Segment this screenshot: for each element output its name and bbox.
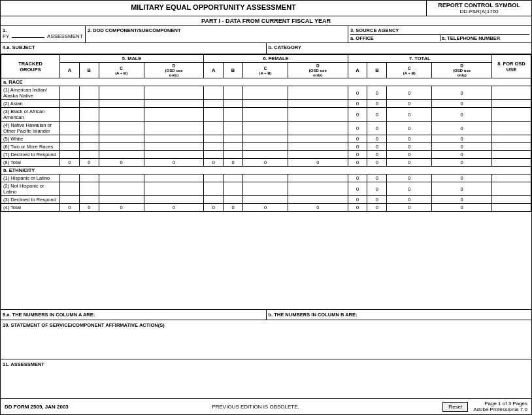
male-col-a: A	[60, 63, 80, 78]
data-cell	[243, 143, 288, 151]
data-cell: 0	[367, 151, 387, 159]
table-row: (4) Native Hawaiian orOther Pacific Isla…	[1, 122, 531, 135]
data-cell	[60, 135, 80, 143]
data-cell: 0	[432, 122, 492, 135]
data-cell: 0	[367, 86, 387, 100]
data-cell	[144, 100, 204, 108]
data-cell	[204, 151, 224, 159]
data-cell: 0	[348, 159, 367, 167]
field9a: 9.a. THE NUMBERS IN COLUMN A ARE:	[1, 310, 267, 320]
data-cell	[243, 196, 288, 204]
data-cell: 0	[288, 204, 348, 212]
osd-cell	[492, 159, 531, 167]
data-cell	[144, 182, 204, 196]
data-cell	[99, 100, 144, 108]
field11: 11. ASSESSMENT	[1, 359, 531, 398]
table-row: (7) Declined to Respond0000	[1, 151, 531, 159]
data-cell	[243, 86, 288, 100]
col-tracked-groups: TRACKEDGROUPS	[1, 55, 60, 78]
data-cell	[243, 135, 288, 143]
data-cell: 0	[348, 204, 367, 212]
form-id: DD FORM 2509, JAN 2003	[5, 404, 69, 410]
row-label: (1) American Indian/Alaska Native	[1, 86, 60, 100]
data-cell: 0	[387, 174, 432, 182]
data-cell	[60, 174, 80, 182]
osd-cell	[492, 196, 531, 204]
data-cell	[243, 151, 288, 159]
table-row: (3) Declined to Respond0000	[1, 196, 531, 204]
total-col-d: D(OSD useonly)	[432, 63, 492, 78]
data-cell: 0	[288, 159, 348, 167]
data-cell: 0	[348, 86, 367, 100]
table-row: (2) Asian0000	[1, 100, 531, 108]
data-cell: 0	[432, 196, 492, 204]
data-cell	[60, 182, 80, 196]
data-cell: 0	[387, 204, 432, 212]
data-cell	[144, 174, 204, 182]
page-info: Page 1 of 3 Pages Adobe Professional 7.0	[473, 401, 527, 412]
total-col-a: A	[348, 63, 367, 78]
data-cell	[99, 122, 144, 135]
data-cell: 0	[367, 204, 387, 212]
data-cell: 0	[367, 182, 387, 196]
data-cell: 0	[99, 204, 144, 212]
data-cell	[79, 100, 99, 108]
data-cell: 0	[60, 204, 80, 212]
data-cell	[144, 151, 204, 159]
data-cell	[288, 174, 348, 182]
col-male-header: 5. MALE	[60, 55, 204, 63]
row-label: (2) Asian	[1, 100, 60, 108]
data-cell: 0	[387, 86, 432, 100]
row-label: (4) Native Hawaiian orOther Pacific Isla…	[1, 122, 60, 135]
data-cell: 0	[348, 122, 367, 135]
data-cell	[99, 86, 144, 100]
data-cell	[79, 143, 99, 151]
data-cell	[204, 196, 224, 204]
male-col-c: C(A ÷ B)	[99, 63, 144, 78]
data-cell: 0	[432, 151, 492, 159]
total-col-b: B	[367, 63, 387, 78]
obsolete-notice: PREVIOUS EDITION IS OBSOLETE.	[212, 404, 299, 410]
row-label: (4) Total	[1, 204, 60, 212]
data-cell: 0	[432, 108, 492, 122]
data-cell	[60, 143, 80, 151]
data-cell: 0	[79, 204, 99, 212]
data-cell: 0	[367, 143, 387, 151]
data-cell	[243, 174, 288, 182]
female-col-c: C(A ÷ B)	[243, 63, 288, 78]
data-cell: 0	[144, 159, 204, 167]
data-cell	[288, 135, 348, 143]
reset-button[interactable]: Reset	[442, 402, 468, 412]
field4a: 4.a. SUBJECT	[1, 43, 267, 54]
data-cell	[79, 135, 99, 143]
male-col-d: D(OSD useonly)	[144, 63, 204, 78]
data-cell	[60, 86, 80, 100]
data-cell: 0	[387, 122, 432, 135]
osd-cell	[492, 86, 531, 100]
data-cell: 0	[367, 108, 387, 122]
row-label: (2) Not Hispanic or Latino	[1, 182, 60, 196]
row-label: (6) Two or More Races	[1, 143, 60, 151]
data-cell: 0	[348, 196, 367, 204]
table-row: (2) Not Hispanic or Latino0000	[1, 182, 531, 196]
data-cell: 0	[367, 196, 387, 204]
data-cell	[144, 86, 204, 100]
table-row: (3) Black or AfricanAmerican0000	[1, 108, 531, 122]
data-cell	[79, 196, 99, 204]
data-cell: 0	[432, 174, 492, 182]
data-cell	[79, 122, 99, 135]
data-cell	[60, 151, 80, 159]
data-cell	[224, 143, 243, 151]
field4b: b. CATEGORY	[267, 43, 532, 54]
data-cell: 0	[204, 204, 224, 212]
data-cell	[99, 182, 144, 196]
data-cell	[204, 108, 224, 122]
data-cell	[144, 108, 204, 122]
total-col-c: C(A ÷ B)	[387, 63, 432, 78]
data-cell: 0	[99, 159, 144, 167]
data-cell	[204, 182, 224, 196]
part1-header: PART I - DATA FROM CURRENT FISCAL YEAR	[1, 16, 531, 26]
field3: 3. SOURCE AGENCY a. OFFICE b. TELEPHONE …	[348, 26, 531, 42]
data-cell	[288, 108, 348, 122]
data-cell: 0	[348, 135, 367, 143]
